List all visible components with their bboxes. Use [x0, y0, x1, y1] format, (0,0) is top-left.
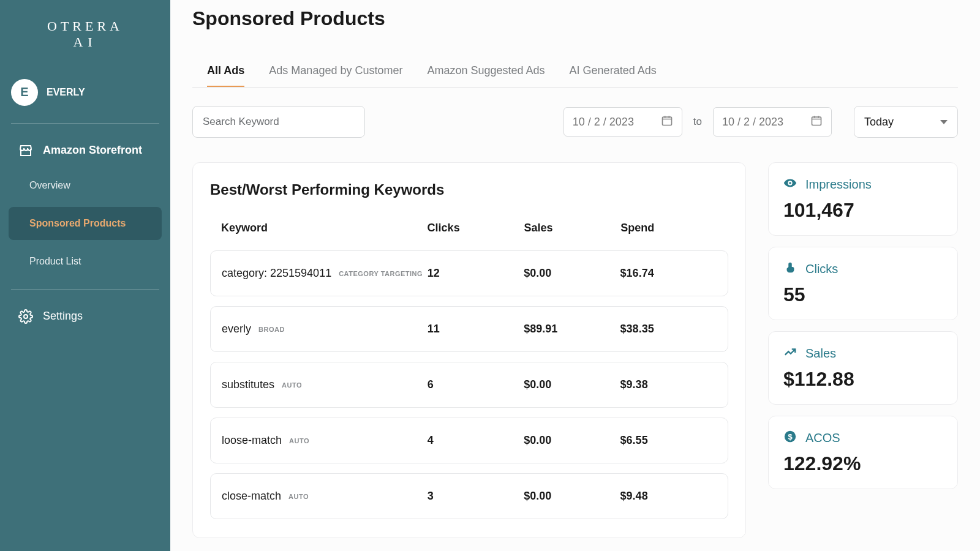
table-header: Keyword Clicks Sales Spend: [210, 216, 728, 241]
svg-rect-2: [812, 117, 821, 125]
sidebar-item-storefront[interactable]: Amazon Storefront: [9, 135, 162, 167]
gear-icon: [18, 309, 33, 324]
clicks-value: 6: [428, 378, 524, 391]
date-to-label: to: [693, 116, 702, 128]
col-clicks: Clicks: [428, 222, 524, 234]
filters-row: 10 / 2 / 2023 to 10 / 2 / 2023 Today: [192, 106, 958, 138]
sidebar-item-product-list[interactable]: Product List: [9, 245, 162, 278]
divider: [11, 289, 159, 290]
clicks-value: 11: [428, 323, 524, 335]
spend-value: $6.55: [620, 434, 717, 447]
sales-value: $0.00: [524, 434, 620, 447]
svg-text:$: $: [788, 432, 792, 441]
user-name: EVERLY: [47, 87, 85, 98]
col-keyword: Keyword: [221, 222, 428, 234]
calendar-icon: [661, 114, 673, 130]
keyword-name: category: 2251594011: [222, 267, 331, 280]
period-select[interactable]: Today: [854, 106, 958, 138]
sales-value: $0.00: [524, 378, 620, 391]
sidebar-item-label: Amazon Storefront: [43, 144, 142, 157]
tab-ai-generated-ads[interactable]: AI Generated Ads: [570, 56, 657, 87]
spend-value: $38.35: [620, 323, 717, 335]
keyword-cell: category: 2251594011 CATEGORY TARGETING: [222, 267, 428, 280]
spend-value: $9.48: [620, 490, 717, 503]
touch-icon: [783, 261, 797, 277]
clicks-value: 12: [428, 267, 524, 280]
tab-amazon-suggested-ads[interactable]: Amazon Suggested Ads: [427, 56, 545, 87]
stat-acos: $ ACOS 122.92%: [768, 416, 958, 489]
sidebar-item-sponsored-products[interactable]: Sponsored Products: [9, 207, 162, 240]
table-row[interactable]: everly BROAD 11 $89.91 $38.35: [210, 306, 728, 352]
table-row[interactable]: close-match AUTO 3 $0.00 $9.48: [210, 473, 728, 519]
stat-value: 122.92%: [783, 452, 943, 475]
divider: [11, 123, 159, 124]
brand-line2: AI: [9, 34, 162, 50]
tab-all-ads[interactable]: All Ads: [207, 56, 244, 87]
stat-sales: Sales $112.88: [768, 331, 958, 405]
sidebar-item-overview[interactable]: Overview: [9, 169, 162, 202]
search-input[interactable]: [192, 106, 365, 138]
storefront-icon: [18, 143, 33, 158]
avatar: E: [11, 79, 38, 106]
svg-point-0: [24, 315, 28, 318]
chevron-down-icon: [940, 120, 948, 124]
stat-value: $112.88: [783, 368, 943, 391]
trending-up-icon: [783, 345, 797, 362]
keyword-badge: AUTO: [288, 493, 309, 500]
sidebar: OTRERA AI E EVERLY Amazon Storefront Ove…: [0, 0, 170, 551]
date-to-input[interactable]: 10 / 2 / 2023: [713, 107, 832, 137]
main-content: Sponsored Products All Ads Ads Managed b…: [170, 0, 980, 551]
keyword-cell: close-match AUTO: [222, 490, 428, 503]
keyword-cell: substitutes AUTO: [222, 378, 428, 391]
spend-value: $9.38: [620, 378, 717, 391]
sales-value: $0.00: [524, 267, 620, 280]
date-from-input[interactable]: 10 / 2 / 2023: [564, 107, 682, 137]
calendar-icon: [810, 114, 823, 130]
stat-impressions: Impressions 101,467: [768, 162, 958, 236]
tabs: All Ads Ads Managed by Customer Amazon S…: [192, 56, 958, 88]
keyword-name: everly: [222, 323, 251, 335]
period-selected: Today: [864, 116, 894, 129]
keyword-cell: loose-match AUTO: [222, 434, 428, 447]
sidebar-item-label: Overview: [29, 180, 70, 190]
brand-logo: OTRERA AI: [9, 18, 162, 51]
page-title: Sponsored Products: [192, 7, 958, 30]
keyword-badge: AUTO: [289, 437, 309, 444]
sales-value: $0.00: [524, 490, 620, 503]
keyword-badge: BROAD: [258, 326, 285, 333]
dollar-circle-icon: $: [783, 430, 797, 446]
stats-column: Impressions 101,467 Clicks 55: [768, 162, 958, 538]
stat-label: Clicks: [805, 262, 838, 276]
keyword-name: loose-match: [222, 434, 282, 447]
spend-value: $16.74: [620, 267, 717, 280]
keyword-badge: AUTO: [282, 381, 302, 389]
stat-clicks: Clicks 55: [768, 247, 958, 320]
sidebar-item-label: Product List: [29, 256, 81, 266]
table-row[interactable]: substitutes AUTO 6 $0.00 $9.38: [210, 362, 728, 408]
keywords-card: Best/Worst Performing Keywords Keyword C…: [192, 162, 746, 538]
table-row[interactable]: category: 2251594011 CATEGORY TARGETING …: [210, 250, 728, 296]
keyword-badge: CATEGORY TARGETING: [339, 270, 423, 277]
keyword-name: close-match: [222, 490, 281, 503]
brand-line1: OTRERA: [9, 18, 162, 34]
eye-icon: [783, 176, 797, 193]
sales-value: $89.91: [524, 323, 620, 335]
user-block[interactable]: E EVERLY: [9, 75, 162, 118]
date-from-value: 10 / 2 / 2023: [573, 116, 634, 129]
card-title: Best/Worst Performing Keywords: [210, 181, 728, 198]
stat-value: 101,467: [783, 199, 943, 222]
date-to-value: 10 / 2 / 2023: [722, 116, 783, 129]
sidebar-item-label: Sponsored Products: [29, 218, 126, 228]
tab-ads-managed-by-customer[interactable]: Ads Managed by Customer: [269, 56, 402, 87]
svg-rect-1: [662, 117, 671, 125]
content-row: Best/Worst Performing Keywords Keyword C…: [192, 162, 958, 538]
sidebar-item-settings[interactable]: Settings: [9, 301, 162, 332]
stat-label: ACOS: [805, 431, 840, 445]
clicks-value: 4: [428, 434, 524, 447]
stat-value: 55: [783, 283, 943, 306]
sidebar-item-label: Settings: [43, 310, 83, 323]
stat-label: Impressions: [805, 178, 872, 192]
table-row[interactable]: loose-match AUTO 4 $0.00 $6.55: [210, 418, 728, 463]
col-sales: Sales: [524, 222, 620, 234]
clicks-value: 3: [428, 490, 524, 503]
